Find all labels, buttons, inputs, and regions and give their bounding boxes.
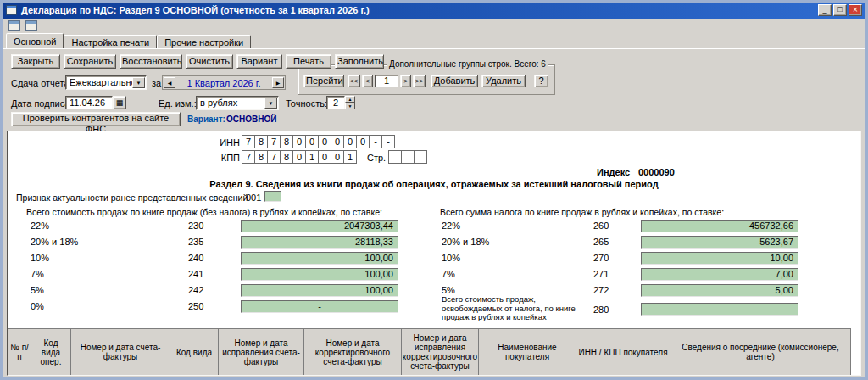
form-icon[interactable]	[25, 20, 37, 31]
tab-print-settings[interactable]: Настройка печати	[64, 35, 157, 48]
kpp-digit-cell: 0	[292, 150, 306, 164]
next-period-icon[interactable]: ▶	[272, 77, 284, 88]
rate-label: 0%	[31, 301, 44, 311]
table-cell[interactable]	[478, 375, 576, 376]
amount-field[interactable]: 7,00	[641, 268, 798, 281]
actuality-field[interactable]	[264, 191, 281, 202]
quick-toolbar	[3, 19, 865, 33]
save-button[interactable]: Сохранить	[64, 54, 116, 69]
amount-field[interactable]: 456732,66	[641, 220, 798, 232]
unit-label: Ед. изм.:	[159, 98, 197, 109]
table-cell[interactable]	[401, 375, 479, 376]
section-title: Раздел 9. Сведения из книги продаж об оп…	[8, 179, 860, 189]
variant-value: ОСНОВНОЙ	[226, 115, 276, 124]
fill-button[interactable]: Заполнить	[335, 54, 384, 69]
line-code: 241	[188, 269, 203, 279]
line-code: 250	[188, 301, 203, 311]
amount-field[interactable]: 100,00	[241, 252, 398, 265]
sign-date-input[interactable]: 11.04.26	[65, 96, 113, 109]
table-header-cell: Код вида	[170, 328, 219, 376]
amount-field[interactable]: 10,00	[641, 252, 798, 265]
close-icon[interactable]: ×	[849, 4, 862, 16]
unit-select[interactable]: в рублях ▼	[196, 96, 279, 110]
index-label: Индекс	[597, 167, 630, 177]
inn-digit-cell: 0	[331, 135, 344, 148]
inn-digit-cell: 0	[343, 135, 357, 148]
tab-main[interactable]: Основной	[6, 33, 64, 48]
line-code: 280	[593, 305, 609, 315]
next-group-button[interactable]: >	[400, 75, 411, 87]
chevron-down-icon[interactable]: ▼	[132, 77, 145, 88]
page-digit-cell	[388, 150, 402, 164]
inn-label: ИНН	[211, 137, 240, 148]
table-cell[interactable]	[8, 375, 31, 376]
table-cell[interactable]	[218, 375, 304, 376]
help-button[interactable]: ?	[534, 75, 548, 87]
clear-button[interactable]: Очистить	[186, 54, 233, 69]
restore-button[interactable]: Восстановить	[120, 54, 182, 69]
kpp-digit-cell: 0	[331, 150, 344, 164]
calendar-icon[interactable]: ▦	[113, 96, 126, 109]
page-field[interactable]	[389, 150, 427, 164]
last-group-button[interactable]: >>	[413, 75, 426, 87]
table-header-cell: Сведения о посреднике (комиссионере, аге…	[670, 328, 851, 376]
table-header-cell: Номер и дата исправления корректировочно…	[401, 328, 479, 376]
amount-field[interactable]: 2047303,44	[241, 220, 398, 232]
rate-label: 7%	[31, 269, 44, 279]
document-icon[interactable]	[6, 5, 17, 15]
tab-other-settings[interactable]: Прочие настройки	[157, 35, 251, 48]
sign-date-value: 11.04.26	[70, 98, 105, 109]
amount-field[interactable]: -	[241, 300, 398, 313]
print-button[interactable]: Печать	[286, 54, 331, 69]
goto-button[interactable]: Перейти	[303, 75, 344, 87]
table-cell[interactable]	[31, 375, 71, 376]
spin-up-icon[interactable]: ▲	[345, 96, 355, 103]
variant-button[interactable]: Вариант	[236, 54, 282, 69]
amount-field[interactable]: 100,00	[241, 268, 398, 281]
inn-digit-cell: 0	[305, 135, 319, 148]
maximize-button[interactable]: □	[833, 4, 847, 16]
add-group-button[interactable]: Добавить	[431, 75, 478, 87]
za-label: за	[152, 78, 161, 88]
left-column-header: Всего стоимость продаж по книге продаж (…	[26, 207, 382, 217]
close-form-button[interactable]: Закрыть	[11, 54, 60, 69]
amount-field[interactable]: -	[641, 303, 798, 316]
amount-field[interactable]: 100,00	[241, 284, 398, 297]
amount-field[interactable]: 5623,67	[641, 236, 798, 249]
prev-period-icon[interactable]: ◀	[164, 77, 175, 88]
inn-digit-cell: 8	[280, 135, 293, 148]
amount-field[interactable]: 5,00	[641, 284, 798, 297]
inn-field[interactable]: 7878000000--	[242, 135, 395, 148]
table-cell[interactable]	[170, 375, 219, 376]
spin-down-icon[interactable]: ▼	[345, 103, 355, 109]
table-cell[interactable]	[303, 375, 402, 376]
index-value: 0000090	[638, 167, 675, 177]
amount-field[interactable]: 28118,33	[241, 236, 398, 249]
table-cell[interactable]	[670, 375, 851, 376]
page-label: Стр.	[367, 153, 386, 163]
table-cell[interactable]	[576, 375, 670, 376]
check-fns-button[interactable]: Проверить контрагентов на сайте ФНС	[11, 112, 181, 126]
line-code: 230	[188, 221, 203, 231]
first-group-button[interactable]: <<	[348, 75, 360, 87]
variant-label: Вариант:	[187, 115, 225, 124]
exempt-label: Всего стоимость продаж, освобождаемых от…	[442, 295, 593, 322]
extra-groups-title: Дополнительные группы строк. Всего: 6	[387, 59, 548, 69]
inn-digit-cell: 0	[356, 135, 370, 148]
actuality-code: 001	[246, 193, 261, 203]
unit-value: в рублях	[200, 98, 237, 109]
window-icon[interactable]	[8, 20, 20, 31]
chevron-down-icon[interactable]: ▼	[264, 98, 277, 109]
right-column-header: Всего сумма налога по книге продаж в руб…	[440, 207, 724, 217]
kpp-digit-cell: 7	[242, 150, 255, 164]
page-digit-cell	[414, 150, 427, 164]
precision-stepper[interactable]: 2	[326, 96, 345, 109]
minimize-button[interactable]: _	[818, 4, 832, 16]
kpp-field[interactable]: 787801001	[242, 150, 357, 164]
table-cell[interactable]	[70, 375, 170, 376]
delete-group-button[interactable]: Удалить	[481, 75, 526, 87]
group-number-input[interactable]: 1	[375, 75, 398, 87]
prev-group-button[interactable]: <	[362, 75, 373, 87]
frequency-select[interactable]: Ежеквартально ▼	[65, 75, 147, 90]
table-header-cell: Наименование покупателя	[478, 328, 576, 376]
